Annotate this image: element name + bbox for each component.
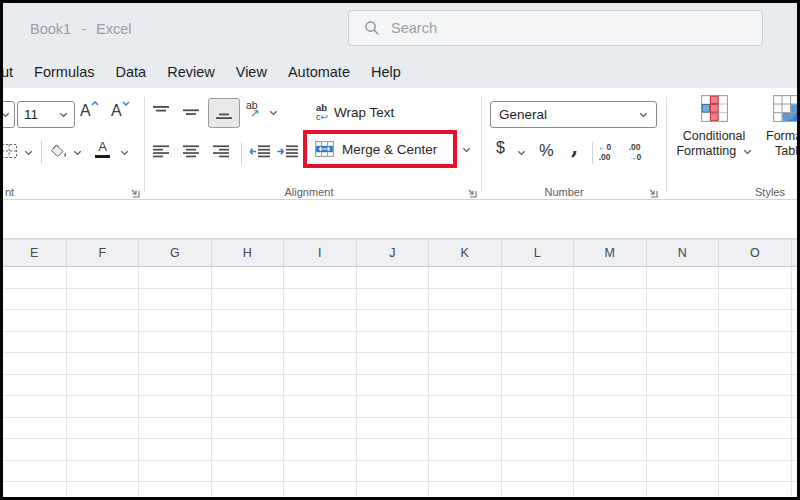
decrease-decimal-button[interactable]: .00 →0 — [628, 143, 641, 162]
cell[interactable] — [719, 396, 792, 418]
cell[interactable] — [3, 396, 67, 418]
tab-automate[interactable]: Automate — [288, 64, 350, 80]
cell[interactable] — [212, 332, 285, 354]
cell[interactable] — [3, 418, 67, 440]
cell[interactable] — [719, 353, 792, 375]
cell[interactable] — [719, 289, 792, 311]
cell[interactable] — [212, 482, 285, 497]
cell[interactable] — [212, 396, 285, 418]
cell[interactable] — [574, 375, 647, 397]
cell[interactable] — [212, 461, 285, 483]
cell[interactable] — [67, 289, 140, 311]
cell[interactable] — [3, 332, 67, 354]
cell[interactable] — [139, 418, 212, 440]
column-header-g[interactable]: G — [139, 240, 212, 266]
cell[interactable] — [429, 353, 502, 375]
column-header-partial[interactable] — [792, 240, 798, 266]
column-header-n[interactable]: N — [647, 240, 720, 266]
column-header-e[interactable]: E — [3, 240, 67, 266]
cell[interactable] — [792, 396, 798, 418]
cell[interactable] — [792, 267, 798, 289]
accounting-format-dropdown-arrow[interactable] — [517, 150, 526, 156]
cell[interactable] — [357, 289, 430, 311]
cell[interactable] — [212, 353, 285, 375]
column-header-h[interactable]: H — [212, 240, 285, 266]
cell[interactable] — [67, 482, 140, 497]
increase-font-size-button[interactable]: A — [80, 103, 91, 119]
cell[interactable] — [792, 375, 798, 397]
number-dialog-launcher[interactable] — [647, 187, 658, 198]
borders-dropdown-arrow[interactable] — [24, 150, 33, 156]
cell[interactable] — [574, 289, 647, 311]
cell[interactable] — [719, 439, 792, 461]
cell[interactable] — [647, 289, 720, 311]
cell[interactable] — [574, 267, 647, 289]
cell[interactable] — [357, 267, 430, 289]
tab-review[interactable]: Review — [167, 64, 215, 80]
cell[interactable] — [429, 439, 502, 461]
cell[interactable] — [3, 482, 67, 497]
tab-view[interactable]: View — [236, 64, 267, 80]
cell[interactable] — [719, 482, 792, 497]
column-header-f[interactable]: F — [67, 240, 140, 266]
cell[interactable] — [792, 353, 798, 375]
cell[interactable] — [212, 418, 285, 440]
cell[interactable] — [429, 289, 502, 311]
cell[interactable] — [502, 332, 575, 354]
font-size-dropdown[interactable]: 11 — [17, 101, 75, 128]
cell[interactable] — [647, 267, 720, 289]
column-header-i[interactable]: I — [284, 240, 357, 266]
cell[interactable] — [792, 418, 798, 440]
cell[interactable] — [647, 375, 720, 397]
cell[interactable] — [502, 439, 575, 461]
cell[interactable] — [502, 310, 575, 332]
cell[interactable] — [429, 310, 502, 332]
align-left-button[interactable] — [153, 145, 169, 158]
merge-center-button-highlighted[interactable]: Merge & Center — [303, 130, 457, 168]
cell[interactable] — [67, 267, 140, 289]
cell[interactable] — [792, 482, 798, 497]
cell[interactable] — [574, 418, 647, 440]
cell[interactable] — [574, 439, 647, 461]
cell[interactable] — [139, 375, 212, 397]
accounting-format-button[interactable]: $ — [496, 139, 505, 157]
cell[interactable] — [212, 289, 285, 311]
cell[interactable] — [429, 332, 502, 354]
cell[interactable] — [284, 396, 357, 418]
cell[interactable] — [357, 310, 430, 332]
borders-button[interactable] — [3, 143, 18, 159]
cell[interactable] — [502, 461, 575, 483]
cell[interactable] — [647, 310, 720, 332]
cell[interactable] — [212, 439, 285, 461]
cell[interactable] — [67, 375, 140, 397]
cell[interactable] — [284, 332, 357, 354]
alignment-dialog-launcher[interactable] — [466, 187, 477, 198]
search-input[interactable]: Search — [348, 10, 763, 46]
conditional-formatting-button[interactable]: Conditional Formatting — [669, 95, 759, 159]
cell[interactable] — [284, 482, 357, 497]
cell[interactable] — [357, 439, 430, 461]
cell[interactable] — [139, 396, 212, 418]
cell[interactable] — [792, 289, 798, 311]
cell[interactable] — [647, 482, 720, 497]
cell[interactable] — [284, 375, 357, 397]
tab-help[interactable]: Help — [371, 64, 401, 80]
increase-decimal-button[interactable]: ←0 .00 — [598, 143, 611, 162]
cell[interactable] — [792, 332, 798, 354]
cell[interactable] — [574, 396, 647, 418]
format-as-table-button[interactable]: Forma Table — [761, 95, 797, 159]
cell[interactable] — [502, 375, 575, 397]
cell[interactable] — [67, 396, 140, 418]
cell[interactable] — [212, 375, 285, 397]
middle-align-button[interactable] — [183, 105, 199, 119]
cell[interactable] — [139, 439, 212, 461]
font-color-dropdown-arrow[interactable] — [120, 150, 129, 156]
cell[interactable] — [502, 353, 575, 375]
cell[interactable] — [429, 482, 502, 497]
cell[interactable] — [429, 461, 502, 483]
cell[interactable] — [284, 418, 357, 440]
cell[interactable] — [139, 267, 212, 289]
decrease-indent-button[interactable] — [249, 145, 270, 158]
cell[interactable] — [357, 482, 430, 497]
cell[interactable] — [647, 439, 720, 461]
